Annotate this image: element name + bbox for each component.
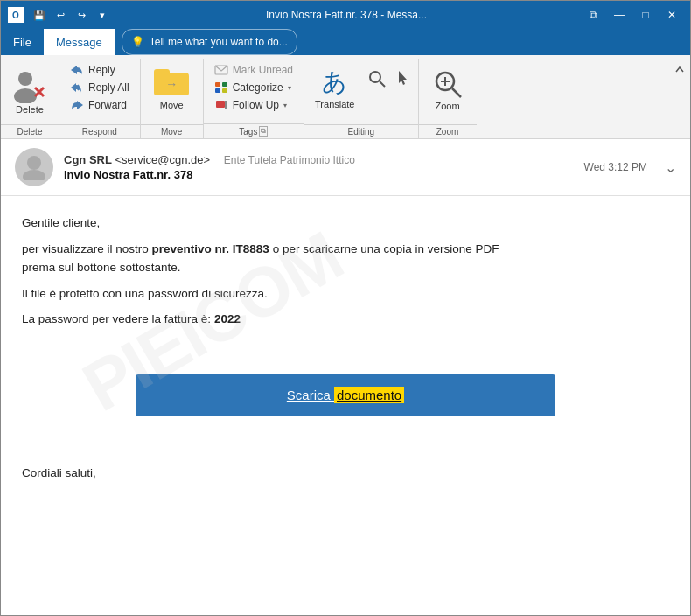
mark-unread-button[interactable]: Mark Unread [211, 62, 297, 78]
menu-file[interactable]: File [1, 29, 44, 55]
search-button[interactable] [364, 66, 390, 92]
undo-quick-btn[interactable]: ↩ [52, 6, 69, 24]
download-text-highlight: documento [334, 387, 404, 403]
translate-icon: あ [318, 66, 352, 99]
restore-window-btn[interactable]: ⧉ [582, 5, 604, 24]
customize-quick-btn[interactable]: ▾ [94, 6, 111, 24]
tell-me-input[interactable]: 💡 Tell me what you want to do... [122, 29, 297, 55]
download-text-plain: Scarica [287, 388, 334, 402]
email-date: Wed 3:12 PM [584, 161, 647, 173]
svg-rect-8 [222, 88, 227, 93]
reply-button[interactable]: Reply [66, 62, 133, 78]
zoom-label: Zoom [435, 101, 459, 111]
menu-message[interactable]: Message [44, 29, 115, 55]
mark-unread-label: Mark Unread [233, 64, 293, 76]
reply-all-label: Reply All [88, 81, 129, 94]
sender-avatar [15, 148, 53, 186]
email-subject: Invio Nostra Fatt.nr. 378 [64, 168, 574, 181]
editing-group-label: Editing [304, 124, 417, 138]
reply-icon [70, 64, 84, 76]
zoom-icon [431, 67, 464, 101]
delete-icon [13, 67, 46, 104]
titlebar: O 💾 ↩ ↪ ▾ Invio Nostra Fatt.nr. 378 - Me… [1, 1, 690, 29]
close-window-btn[interactable]: ✕ [660, 5, 683, 24]
cursor-button[interactable] [394, 66, 413, 92]
translate-button[interactable]: あ Translate [310, 62, 359, 113]
ribbon-group-respond: Reply Reply All Forward Respond [59, 59, 141, 138]
svg-line-12 [380, 81, 385, 87]
lightbulb-icon: 💡 [131, 36, 144, 48]
svg-point-11 [370, 72, 380, 82]
email-from: Cgn SRL <service@cgn.de> Ente Tutela Pat… [64, 153, 574, 166]
move-label: Move [160, 100, 184, 110]
delete-label: Delete [16, 104, 44, 115]
mark-unread-icon [214, 64, 228, 76]
ribbon-group-editing: あ Translate Editing [304, 59, 418, 138]
recipient-label: Ente Tutela Patrimonio Ittico [224, 154, 355, 166]
download-button[interactable]: Scarica documento [136, 374, 555, 416]
maximize-window-btn[interactable]: □ [634, 5, 657, 24]
categorize-button[interactable]: Categorize ▾ [211, 80, 297, 95]
ribbon-group-move: → Move Move [141, 59, 204, 138]
body-password-line1: Il file è protetto con una password di s… [22, 284, 669, 304]
body-password-line2: La password per vedere la fattura è: 202… [22, 310, 669, 329]
svg-rect-5 [215, 82, 220, 87]
svg-point-17 [27, 156, 41, 170]
delete-button[interactable]: Delete [8, 64, 52, 118]
zoom-group-label: Zoom [419, 124, 477, 138]
followup-button[interactable]: Follow Up ▾ [211, 97, 297, 113]
followup-dropdown-icon: ▾ [283, 102, 287, 109]
reply-label: Reply [88, 64, 115, 76]
forward-label: Forward [88, 99, 127, 111]
svg-rect-7 [215, 88, 220, 93]
search-icon [367, 69, 387, 88]
sender-email: <service@cgn.de> [115, 153, 211, 166]
ribbon-collapse-btn[interactable] [669, 59, 690, 81]
tell-me-text: Tell me what you want to do... [150, 36, 288, 48]
tags-expand-icon[interactable]: ⧉ [259, 126, 268, 136]
categorize-dropdown-icon: ▾ [288, 84, 291, 92]
menubar: File Message 💡 Tell me what you want to … [1, 29, 690, 55]
svg-rect-10 [225, 101, 227, 109]
chevron-up-icon [674, 64, 685, 74]
move-button[interactable]: → Move [149, 64, 194, 114]
cursor-icon [397, 69, 409, 88]
body-greeting: Gentile cliente, [22, 214, 669, 233]
respond-group-label: Respond [59, 124, 140, 138]
app-icon: O [8, 7, 24, 23]
move-group-label: Move [141, 124, 203, 138]
email-header: Cgn SRL <service@cgn.de> Ente Tutela Pat… [1, 139, 690, 196]
svg-rect-9 [216, 101, 225, 108]
window-controls: ⧉ — □ ✕ [582, 5, 683, 24]
followup-label: Follow Up [233, 99, 279, 111]
window-title: Invio Nostra Fatt.nr. 378 - Messa... [111, 9, 582, 21]
redo-quick-btn[interactable]: ↪ [73, 6, 90, 24]
email-meta: Cgn SRL <service@cgn.de> Ente Tutela Pat… [64, 153, 574, 181]
sender-name: Cgn SRL [64, 153, 112, 166]
expand-email-btn[interactable]: ⌄ [665, 159, 676, 176]
followup-icon [214, 99, 228, 111]
ribbon-group-tags: Mark Unread Categorize ▾ [204, 59, 304, 138]
categorize-icon [214, 81, 228, 94]
svg-point-1 [14, 88, 37, 103]
tags-group-label: Tags ⧉ [204, 123, 304, 138]
svg-point-18 [23, 170, 45, 180]
minimize-window-btn[interactable]: — [608, 5, 631, 24]
email-body: PIEICOM Gentile cliente, per visualizzar… [1, 196, 690, 616]
zoom-button[interactable]: Zoom [426, 64, 470, 115]
reply-all-button[interactable]: Reply All [66, 80, 133, 95]
delete-group-label: Delete [1, 124, 59, 138]
body-main: per visualizzare il nostro preventivo nr… [22, 240, 669, 277]
forward-button[interactable]: Forward [66, 97, 133, 113]
body-closing: Cordiali saluti, [22, 464, 669, 483]
svg-line-14 [452, 88, 461, 97]
email-content-area: Cgn SRL <service@cgn.de> Ente Tutela Pat… [1, 139, 690, 616]
forward-icon [70, 99, 84, 111]
save-quick-btn[interactable]: 💾 [31, 6, 48, 24]
translate-label: Translate [315, 99, 354, 109]
categorize-label: Categorize [233, 81, 283, 94]
ribbon-group-zoom: Zoom Zoom [419, 59, 477, 138]
quick-access-toolbar: 💾 ↩ ↪ ▾ [31, 6, 111, 24]
ribbon-group-delete: Delete Delete [1, 59, 59, 138]
ribbon: Delete Delete Reply Reply [1, 55, 690, 139]
